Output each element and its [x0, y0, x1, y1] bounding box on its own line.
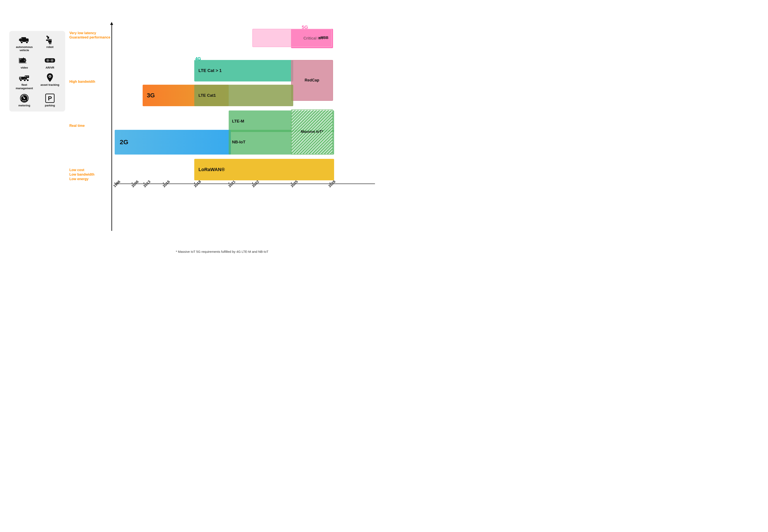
bar-embb-label: eMBB [316, 36, 328, 40]
y-label-very-low-latency: Very low latency Guaranteed performance [69, 31, 112, 40]
arvr-icon [44, 56, 55, 65]
svg-text:P: P [48, 95, 52, 102]
svg-point-25 [47, 60, 49, 61]
svg-point-32 [20, 79, 22, 81]
robot-label: robot [46, 45, 53, 49]
year-label-1996: 1996 [112, 179, 121, 188]
svg-point-34 [27, 79, 29, 81]
fleet-management-icon [19, 73, 30, 82]
icon-item-autonomous-vehicle: autonomous vehicle [13, 35, 36, 52]
bar-massive-iot: Massive IoT* [291, 109, 333, 155]
bar-lte-cat-gt1: LTE Cat > 1 [194, 60, 293, 81]
svg-rect-8 [46, 36, 48, 37]
bar-lorawan: LoRaWAN® [194, 159, 334, 180]
autonomous-vehicle-label: autonomous vehicle [13, 45, 36, 52]
bar-lorawan-label: LoRaWAN® [194, 167, 225, 172]
bar-lte-cat1: LTE Cat1 [194, 85, 293, 106]
bar-nbiot-label: NB-IoT [229, 140, 246, 144]
bar-2g-label: 2G [115, 138, 128, 146]
y-label-low-energy-line3: Low energy [69, 177, 112, 181]
y-label-real-time-text: Real time [69, 124, 112, 128]
svg-rect-6 [48, 39, 52, 43]
y-label-very-low-latency-line2: Guaranteed performance [69, 35, 112, 40]
y-label-high-bandwidth-text: High bandwidth [69, 80, 112, 84]
y-label-low-cost: Low cost Low bandwidth Low energy [69, 168, 112, 181]
svg-rect-16 [20, 59, 21, 60]
svg-point-40 [24, 98, 25, 99]
svg-point-33 [24, 79, 26, 81]
svg-text:km/h: km/h [22, 100, 26, 102]
parking-label: parking [45, 104, 55, 107]
metering-icon: km/h [19, 94, 30, 103]
year-label-2028: 2028 [328, 179, 336, 188]
y-label-very-low-latency-line1: Very low latency [69, 31, 112, 35]
svg-rect-10 [46, 40, 48, 41]
robot-icon [44, 35, 55, 44]
svg-point-3 [26, 41, 28, 43]
y-label-high-bandwidth: High bandwidth [69, 80, 112, 84]
svg-point-18 [24, 60, 25, 61]
parking-icon: P [44, 94, 55, 103]
bar-embb: eMBB [252, 29, 332, 47]
5g-label: 5G [302, 25, 308, 30]
svg-point-37 [49, 76, 51, 77]
fleet-management-label: fleet management [13, 83, 36, 90]
svg-point-14 [50, 40, 51, 40]
svg-rect-4 [20, 38, 22, 39]
video-label: video [21, 66, 28, 69]
svg-rect-35 [20, 77, 21, 78]
icon-item-metering: km/h metering [13, 94, 36, 107]
left-panel: autonomous vehicle robot [9, 31, 65, 112]
4g-label: 4G [195, 56, 201, 61]
right-panel: Very low latency Guaranteed performance … [69, 18, 375, 255]
svg-rect-12 [50, 43, 51, 44]
icon-item-video: video [13, 56, 36, 69]
bar-redcap: RedCap [291, 60, 333, 101]
y-label-real-time: Real time [69, 124, 112, 128]
bar-ltem-label: LTE-M [229, 119, 245, 124]
autonomous-vehicle-icon [19, 35, 30, 44]
bar-redcap-label: RedCap [303, 78, 321, 83]
svg-rect-11 [49, 43, 50, 44]
year-axis: 1996 2006 2013 2016 2018 2021 2022 2025 … [115, 184, 375, 201]
bar-2g: 2G [115, 130, 231, 155]
footnote: * Massive IoT 5G requirements fulfilled … [69, 250, 375, 253]
icon-item-arvr: AR/VR [38, 56, 62, 69]
y-label-low-bandwidth-line2: Low bandwidth [69, 172, 112, 177]
bars-area: 4G 5G Critical IoT eMBB LTE Cat > 1 RedC… [115, 25, 375, 192]
y-axis-labels: Very low latency Guaranteed performance … [69, 31, 112, 181]
icon-item-asset-tracking: asset tracking [38, 73, 62, 87]
svg-point-2 [21, 41, 23, 43]
bar-lte-cat-gt1-label: LTE Cat > 1 [194, 68, 222, 73]
svg-point-26 [51, 60, 53, 61]
bar-massive-iot-label: Massive IoT* [299, 129, 325, 134]
y-label-low-cost-line1: Low cost [69, 168, 112, 172]
icon-item-robot: robot [38, 35, 62, 49]
bar-lte-cat1-label: LTE Cat1 [194, 93, 216, 98]
svg-rect-30 [25, 76, 26, 77]
svg-point-13 [49, 40, 49, 40]
svg-rect-19 [23, 58, 24, 58]
asset-tracking-label: asset tracking [40, 83, 59, 87]
bar-3g-label: 3G [143, 92, 155, 99]
arvr-label: AR/VR [46, 66, 54, 69]
icon-item-fleet-management: fleet management [13, 73, 36, 90]
video-icon [19, 56, 30, 65]
icon-item-parking: P parking [38, 94, 62, 107]
svg-rect-27 [49, 60, 51, 61]
metering-label: metering [18, 104, 30, 107]
svg-rect-31 [27, 76, 28, 77]
asset-tracking-icon [44, 73, 55, 82]
main-container: autonomous vehicle robot [9, 9, 375, 257]
